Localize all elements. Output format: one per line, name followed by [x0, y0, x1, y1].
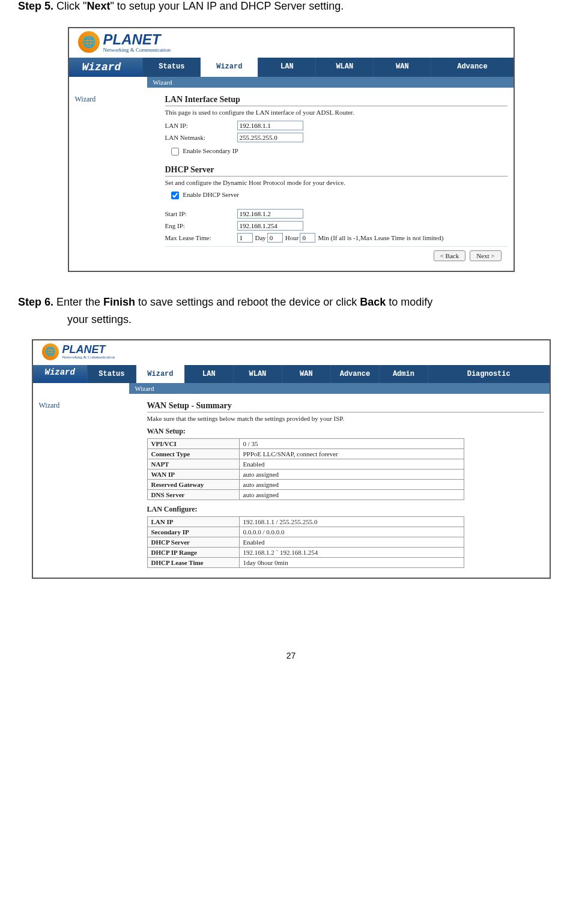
planet-logo-icon: 🌐	[42, 343, 59, 360]
table-row: NAPTEnabled	[147, 459, 464, 469]
nav-title: Wizard	[33, 365, 87, 383]
nav-status[interactable]: Status	[87, 365, 136, 383]
planet-logo-icon: 🌐	[78, 31, 100, 53]
nav-admin[interactable]: Admin	[379, 365, 428, 383]
table-row: Reserved Gatewayauto assigned	[147, 479, 464, 489]
nav-diagnostic[interactable]: Diagnostic	[428, 365, 550, 383]
dhcp-desc: Set and configure the Dynamic Host Proto…	[165, 179, 508, 186]
enable-secondary-ip-checkbox[interactable]	[171, 148, 179, 156]
step6-line1: Step 6. Enter the Finish to save setting…	[18, 296, 564, 309]
nav-lan[interactable]: LAN	[184, 365, 233, 383]
nav-wan[interactable]: WAN	[282, 365, 330, 383]
table-row: DNS Serverauto assigned	[147, 489, 464, 500]
start-ip-label: Start IP:	[165, 210, 237, 217]
row-end-ip: Eng IP:	[165, 221, 508, 231]
logo-area: 🌐 PLANET Networking & Communication	[69, 28, 514, 58]
start-ip-input[interactable]	[237, 209, 303, 219]
end-ip-input[interactable]	[237, 221, 303, 231]
sidebar: Wizard	[33, 394, 141, 578]
table-row: DHCP ServerEnabled	[147, 537, 464, 547]
step6-finish-bold: Finish	[103, 296, 135, 308]
button-row: < Back Next >	[165, 246, 508, 266]
lan-desc: This page is used to configure the LAN i…	[165, 109, 508, 116]
lan-netmask-input[interactable]	[237, 133, 303, 142]
table-row: LAN IP192.168.1.1 / 255.255.255.0	[147, 516, 464, 527]
table-row: Secondary IP0.0.0.0 / 0.0.0.0	[147, 527, 464, 537]
step6-line2: your settings.	[18, 311, 564, 328]
main-panel-2: WAN Setup - Summary Make sure that the s…	[141, 394, 550, 578]
row-start-ip: Start IP:	[165, 209, 508, 219]
nav-wlan[interactable]: WLAN	[315, 58, 373, 77]
enable-dhcp-checkbox[interactable]	[171, 192, 179, 199]
step6-back-bold: Back	[360, 296, 386, 308]
lease-hour-text: Hour	[285, 234, 299, 241]
enable-dhcp-label: Enable DHCP Server	[183, 191, 239, 198]
end-ip-label: Eng IP:	[165, 222, 237, 229]
sidebar-wizard[interactable]: Wizard	[39, 401, 60, 409]
logo-tagline: Networking & Communication	[62, 355, 115, 360]
next-button[interactable]: Next >	[470, 250, 501, 261]
table-row: Connect TypePPPoE LLC/SNAP, connect fore…	[147, 448, 464, 459]
summary-desc: Make sure that the settings below match …	[147, 415, 544, 422]
lease-time-label: Max Lease Time:	[165, 234, 237, 241]
nav-lan[interactable]: LAN	[258, 58, 315, 77]
lease-min-input[interactable]	[300, 233, 315, 243]
nav-wan[interactable]: WAN	[373, 58, 431, 77]
table-row: DHCP Lease Time1day 0hour 0min	[147, 557, 464, 567]
nav-title: Wizard	[69, 58, 143, 77]
nav-wlan[interactable]: WLAN	[233, 365, 282, 383]
heading-wan-setup: WAN Setup:	[147, 427, 544, 436]
lan-summary-table: LAN IP192.168.1.1 / 255.255.255.0 Second…	[147, 516, 464, 568]
row-enable-dhcp: Enable DHCP Server	[165, 191, 508, 199]
navbar: Wizard Status Wizard LAN WLAN WAN Advanc…	[69, 58, 514, 77]
lan-ip-label: LAN IP:	[165, 122, 237, 129]
nav-wizard[interactable]: Wizard	[200, 58, 258, 77]
sidebar: Wizard	[69, 88, 159, 271]
step6-prefix: Step 6.	[18, 296, 53, 308]
logo-text: PLANET	[103, 31, 171, 48]
lan-netmask-label: LAN Netmask:	[165, 134, 237, 141]
table-row: VPI/VCI0 / 35	[147, 438, 464, 448]
breadcrumb: Wizard	[147, 77, 514, 88]
heading-lan-setup: LAN Interface Setup	[165, 95, 508, 106]
navbar-2: Wizard Status Wizard LAN WLAN WAN Advanc…	[33, 365, 550, 383]
lease-day-text: Day	[255, 234, 266, 241]
table-row: WAN IPauto assigned	[147, 469, 464, 479]
lease-hour-input[interactable]	[267, 233, 283, 243]
nav-advance[interactable]: Advance	[330, 365, 379, 383]
step5-line: Step 5. Click "Next" to setup your LAN I…	[18, 0, 564, 13]
row-lease-time: Max Lease Time: Day Hour Min (If all is …	[165, 233, 508, 243]
heading-summary: WAN Setup - Summary	[147, 401, 544, 412]
wan-summary-table: VPI/VCI0 / 35 Connect TypePPPoE LLC/SNAP…	[147, 438, 464, 500]
main-panel: LAN Interface Setup This page is used to…	[159, 88, 514, 271]
content-area: Wizard LAN Interface Setup This page is …	[69, 88, 514, 271]
row-lan-netmask: LAN Netmask:	[165, 133, 508, 142]
nav-wizard[interactable]: Wizard	[136, 365, 184, 383]
row-lan-ip: LAN IP:	[165, 121, 508, 130]
table-row: DHCP IP Range192.168.1.2 ` 192.168.1.254	[147, 547, 464, 557]
lan-ip-input[interactable]	[237, 121, 303, 130]
step5-prefix: Step 5.	[18, 0, 53, 12]
heading-dhcp: DHCP Server	[165, 165, 508, 177]
breadcrumb: Wizard	[129, 383, 550, 394]
logo-area-2: 🌐 PLANET Networking & Communication	[33, 340, 550, 365]
step5-next-bold: Next	[86, 0, 110, 12]
lease-min-text: Min (If all is -1,Max Lease Time is not …	[318, 234, 443, 241]
back-button[interactable]: < Back	[434, 250, 466, 261]
sidebar-wizard[interactable]: Wizard	[75, 95, 96, 103]
row-secondary-ip: Enable Secondary IP	[165, 147, 508, 156]
logo-tagline: Networking & Communication	[103, 47, 171, 53]
screenshot-step5: 🌐 PLANET Networking & Communication Wiza…	[68, 27, 515, 272]
content-area-2: Wizard WAN Setup - Summary Make sure tha…	[33, 394, 550, 578]
logo-text: PLANET	[62, 343, 115, 356]
screenshot-step6: 🌐 PLANET Networking & Communication Wiza…	[32, 339, 551, 579]
nav-advance[interactable]: Advance	[431, 58, 513, 77]
lease-day-input[interactable]	[237, 233, 253, 243]
nav-status[interactable]: Status	[142, 58, 200, 77]
enable-secondary-ip-label: Enable Secondary IP	[183, 147, 238, 154]
heading-lan-configure: LAN Configure:	[147, 505, 544, 514]
page-number: 27	[18, 651, 564, 660]
